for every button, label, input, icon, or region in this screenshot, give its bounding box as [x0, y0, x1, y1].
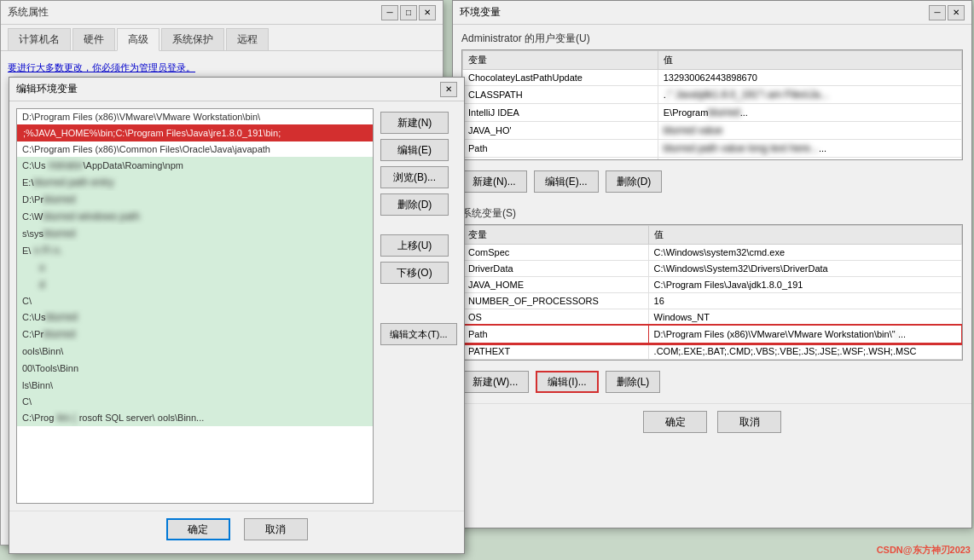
env-vars-bottom-btns: 确定 取消	[453, 403, 971, 440]
sys-var-column-header: 变量	[463, 226, 649, 245]
table-row[interactable]: DriverData C:\Windows\System32\Drivers\D…	[463, 261, 962, 277]
tab-advanced[interactable]: 高级	[117, 28, 159, 51]
list-item[interactable]: E\ n Fi n.	[17, 242, 373, 259]
list-item[interactable]: ls\Binn\	[17, 377, 373, 394]
list-item[interactable]: C:\Us ristrator\AppData\Roaming\npm	[17, 157, 373, 174]
list-item[interactable]: D:\Program Files (x86)\VMware\VMware Wor…	[17, 109, 373, 124]
var-cell: JAVA_HO'	[463, 122, 658, 140]
list-item[interactable]: ools\Binn\	[17, 343, 373, 360]
list-item[interactable]: s\sysblurred	[17, 225, 373, 242]
var-cell: PATHEXT	[463, 344, 649, 360]
env-vars-title: 环境变量	[460, 5, 929, 20]
list-item[interactable]: C:\Wblurred windows path	[17, 208, 373, 225]
window-controls: ─ □ ✕	[381, 5, 436, 20]
var-cell: IntelliJ IDEA	[463, 104, 658, 122]
list-item[interactable]: E:\blurred path entry	[17, 174, 373, 191]
list-item[interactable]: C\	[17, 293, 373, 309]
var-cell: JAVA_HOME	[463, 277, 649, 293]
table-row[interactable]: OS Windows_NT	[463, 309, 962, 326]
move-up-btn[interactable]: 上移(U)	[380, 234, 449, 257]
edit-text-btn[interactable]: 编辑文本(T)...	[380, 323, 457, 345]
val-cell: C:\Windows\system32\cmd.exe	[648, 245, 961, 261]
env-vars-confirm-btn[interactable]: 确定	[643, 411, 707, 433]
val-cell: 16	[648, 293, 961, 309]
var-cell: ComSpec	[463, 245, 649, 261]
edit-env-confirm-btn[interactable]: 确定	[166, 518, 230, 540]
env-listbox[interactable]: D:\Program Files (x86)\VMware\VMware Wor…	[16, 108, 374, 504]
env-minimize-btn[interactable]: ─	[929, 5, 946, 20]
env-close-btn[interactable]: ✕	[948, 5, 965, 20]
minimize-btn[interactable]: ─	[381, 5, 398, 20]
user-vars-table: 变量 值 ChocolateyLastPathUpdate 1329300624…	[462, 50, 962, 160]
table-row[interactable]: JAVA_HO' blurred value	[463, 122, 962, 140]
table-row[interactable]: IntelliJ IDEA E\Programblurred...	[463, 104, 962, 122]
list-item[interactable]: D:\Prblurred	[17, 191, 373, 208]
var-cell: Path	[463, 140, 658, 158]
tab-hardware[interactable]: 硬件	[72, 28, 115, 50]
browse-btn[interactable]: 浏览(B)...	[380, 166, 449, 188]
table-row[interactable]: ChocolateyLastPathUpdate 132930062443898…	[463, 70, 962, 86]
system-section-label: 系统变量(S)	[461, 206, 963, 221]
user-vars-table-wrapper[interactable]: 变量 值 ChocolateyLastPathUpdate 1329300624…	[461, 49, 963, 160]
delete-btn[interactable]: 删除(D)	[380, 193, 449, 216]
edit-env-cancel-btn[interactable]: 取消	[244, 518, 308, 540]
list-item[interactable]: C:\Prog les ( rosoft SQL server\ ools\Bi…	[17, 409, 373, 426]
var-cell: OS	[463, 309, 649, 326]
val-cell: C:\Program Files\Java\jdk1.8.0_191	[648, 277, 961, 293]
sys-vars-table-wrapper[interactable]: 变量 值 ComSpec C:\Windows\system32\cmd.exe…	[461, 224, 963, 361]
list-item[interactable]: C:\Prblurred	[17, 326, 373, 343]
maximize-btn[interactable]: □	[400, 5, 417, 20]
user-delete-btn[interactable]: 删除(D)	[606, 170, 663, 193]
sys-props-title: 系统属性	[8, 5, 381, 20]
tab-remote[interactable]: 远程	[226, 28, 269, 50]
table-row[interactable]: ComSpec C:\Windows\system32\cmd.exe	[463, 245, 962, 261]
table-row[interactable]: NUMBER_OF_PROCESSORS 16	[463, 293, 962, 309]
edit-env-dialog: 编辑环境变量 ✕ D:\Program Files (x86)\VMware\V…	[9, 77, 465, 554]
env-list-container: D:\Program Files (x86)\VMware\VMware Wor…	[9, 101, 464, 511]
list-item[interactable]: o	[17, 259, 373, 276]
var-cell: DriverData	[463, 261, 649, 277]
user-section-btns: 新建(N)... 编辑(E)... 删除(D)	[453, 167, 971, 199]
list-item[interactable]: C:\Program Files (x86)\Common Files\Orac…	[17, 141, 373, 157]
list-item[interactable]: 00\Tools\Binn	[17, 360, 373, 377]
env-vars-titlebar: 环境变量 ─ ✕	[453, 1, 971, 25]
val-cell: blurred value	[658, 122, 961, 140]
list-item[interactable]: d	[17, 276, 373, 293]
watermark: CSDN@东方神刃2023	[877, 544, 971, 557]
val-cell: blurred path value long text here......	[658, 140, 961, 158]
sys-new-btn[interactable]: 新建(W)...	[461, 371, 529, 393]
edit-env-bottom-btns: 确定 取消	[9, 511, 464, 547]
table-row[interactable]: PATHEXT .COM;.EXE;.BAT;.CMD;.VBS;.VBE;.J…	[463, 344, 962, 360]
table-row[interactable]: JAVA_HOME C:\Program Files\Java\jdk1.8.0…	[463, 277, 962, 293]
sys-delete-btn[interactable]: 删除(L)	[606, 371, 661, 393]
val-cell: C:\Users\Ad emp	[658, 158, 961, 161]
edit-btn[interactable]: 编辑(E)	[380, 139, 449, 161]
env-vars-cancel-btn[interactable]: 取消	[717, 411, 781, 433]
close-btn[interactable]: ✕	[419, 5, 436, 20]
val-cell: C:\Windows\System32\Drivers\DriverData	[648, 261, 961, 277]
edit-env-title: 编辑环境变量	[16, 82, 440, 96]
sys-val-column-header: 值	[648, 226, 961, 245]
val-cell: D:\Program Files (x86)\VMware\VMware Wor…	[648, 326, 961, 344]
user-section-label: Administrator 的用户变量(U)	[461, 32, 963, 46]
new-btn[interactable]: 新建(N)	[380, 112, 449, 134]
sys-edit-btn[interactable]: 编辑(I)...	[536, 371, 598, 393]
env-vars-window: 环境变量 ─ ✕ Administrator 的用户变量(U) 变量 值 Cho…	[452, 0, 972, 528]
tab-system-protect[interactable]: 系统保护	[161, 28, 224, 50]
list-item[interactable]: C\	[17, 394, 373, 409]
user-new-btn[interactable]: 新建(N)...	[461, 170, 527, 193]
tab-computer-name[interactable]: 计算机名	[8, 28, 71, 50]
tabs-bar: 计算机名 硬件 高级 系统保护 远程	[1, 25, 443, 51]
move-down-btn[interactable]: 下移(O)	[380, 262, 449, 284]
sys-path-row[interactable]: Path D:\Program Files (x86)\VMware\VMwar…	[463, 326, 962, 344]
var-column-header: 变量	[463, 51, 658, 70]
table-row[interactable]: TEMP C:\Users\Ad emp	[463, 158, 962, 161]
val-cell: 132930062443898670	[658, 70, 961, 86]
user-edit-btn[interactable]: 编辑(E)...	[534, 170, 599, 193]
list-item-selected[interactable]: ;%JAVA_HOME%\bin;C:\Program Files\Java\j…	[17, 124, 373, 141]
edit-env-close-btn[interactable]: ✕	[440, 82, 457, 97]
table-row[interactable]: Path blurred path value long text here..…	[463, 140, 962, 158]
list-item[interactable]: C:\Usblurred	[17, 309, 373, 326]
table-row[interactable]: CLASSPATH .;" Java\jdk1.8.0_191"\ am Fil…	[463, 86, 962, 104]
val-cell: .;" Java\jdk1.8.0_191"\ am Files\Ja...	[658, 86, 961, 104]
